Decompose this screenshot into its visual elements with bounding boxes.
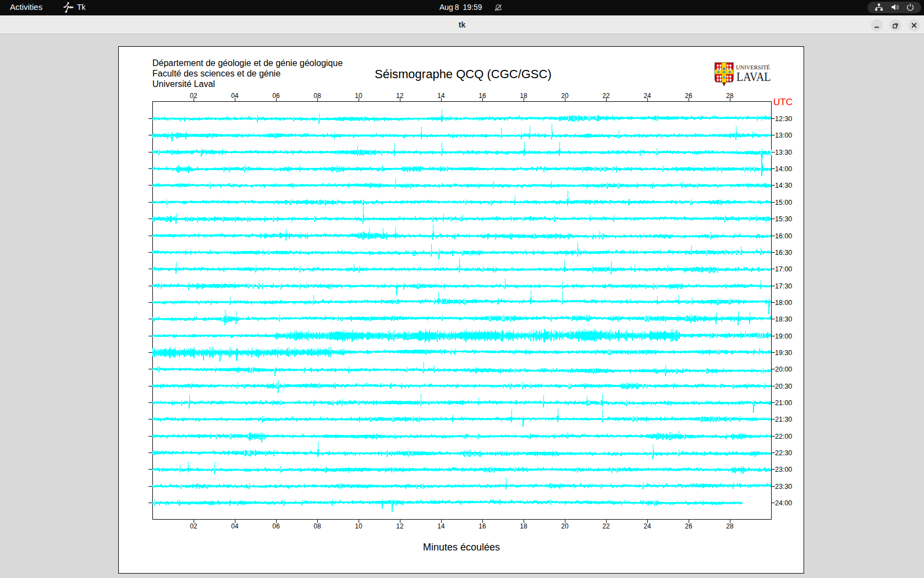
svg-text:19:00: 19:00 bbox=[775, 332, 792, 340]
svg-text:18:30: 18:30 bbox=[775, 315, 792, 323]
svg-text:16: 16 bbox=[479, 522, 486, 530]
svg-text:14: 14 bbox=[437, 92, 445, 100]
svg-text:20: 20 bbox=[561, 522, 569, 530]
svg-text:02: 02 bbox=[190, 92, 197, 100]
svg-text:Séismographe QCQ (CGC/GSC): Séismographe QCQ (CGC/GSC) bbox=[375, 67, 552, 81]
svg-text:02: 02 bbox=[190, 522, 197, 530]
svg-text:24:00: 24:00 bbox=[775, 499, 792, 507]
svg-text:18: 18 bbox=[520, 92, 527, 100]
svg-text:16:00: 16:00 bbox=[775, 232, 792, 240]
svg-text:Université Laval: Université Laval bbox=[152, 79, 215, 89]
svg-text:28: 28 bbox=[726, 522, 734, 530]
svg-text:13:00: 13:00 bbox=[775, 132, 792, 139]
svg-text:06: 06 bbox=[272, 92, 280, 100]
svg-text:28: 28 bbox=[726, 92, 734, 100]
svg-text:15:30: 15:30 bbox=[775, 215, 792, 223]
svg-text:23:00: 23:00 bbox=[775, 466, 792, 473]
svg-text:21:00: 21:00 bbox=[775, 399, 792, 407]
svg-text:10: 10 bbox=[355, 522, 362, 530]
svg-text:14: 14 bbox=[437, 522, 445, 530]
svg-text:18: 18 bbox=[520, 522, 527, 530]
svg-text:15:00: 15:00 bbox=[775, 199, 792, 206]
svg-text:20:30: 20:30 bbox=[775, 383, 792, 390]
svg-text:06: 06 bbox=[272, 522, 280, 530]
svg-text:14:00: 14:00 bbox=[775, 165, 792, 173]
svg-text:Minutes écoulées: Minutes écoulées bbox=[423, 542, 500, 553]
svg-text:Faculté des sciences et de gén: Faculté des sciences et de génie bbox=[152, 69, 280, 78]
svg-text:18:00: 18:00 bbox=[775, 299, 792, 307]
svg-text:Département de géologie et de: Département de géologie et de génie géol… bbox=[152, 58, 343, 68]
svg-text:19:30: 19:30 bbox=[775, 349, 792, 357]
svg-text:12:30: 12:30 bbox=[775, 115, 792, 123]
svg-text:12: 12 bbox=[396, 92, 404, 100]
svg-text:24: 24 bbox=[644, 522, 651, 530]
svg-text:22:00: 22:00 bbox=[775, 433, 792, 440]
svg-text:14:30: 14:30 bbox=[775, 182, 792, 189]
svg-text:16:30: 16:30 bbox=[775, 249, 792, 257]
svg-text:04: 04 bbox=[231, 522, 239, 530]
svg-text:26: 26 bbox=[685, 92, 692, 100]
svg-text:10: 10 bbox=[355, 92, 362, 100]
svg-text:17:30: 17:30 bbox=[775, 282, 792, 290]
svg-text:22:30: 22:30 bbox=[775, 449, 792, 457]
svg-text:08: 08 bbox=[314, 92, 321, 100]
svg-text:22: 22 bbox=[602, 92, 610, 100]
svg-text:17:00: 17:00 bbox=[775, 265, 792, 273]
svg-text:12: 12 bbox=[396, 522, 404, 530]
svg-text:13:30: 13:30 bbox=[775, 149, 792, 156]
svg-text:24: 24 bbox=[644, 92, 651, 100]
svg-text:21:30: 21:30 bbox=[775, 416, 792, 423]
svg-text:04: 04 bbox=[231, 92, 239, 100]
svg-text:UTC: UTC bbox=[773, 97, 793, 107]
svg-text:20: 20 bbox=[561, 92, 569, 100]
svg-text:08: 08 bbox=[314, 522, 321, 530]
svg-text:20:00: 20:00 bbox=[775, 366, 792, 373]
svg-text:23:30: 23:30 bbox=[775, 483, 792, 490]
svg-text:22: 22 bbox=[602, 522, 610, 530]
svg-text:LAVAL: LAVAL bbox=[736, 69, 771, 84]
svg-text:26: 26 bbox=[685, 522, 692, 530]
svg-text:16: 16 bbox=[479, 92, 486, 100]
